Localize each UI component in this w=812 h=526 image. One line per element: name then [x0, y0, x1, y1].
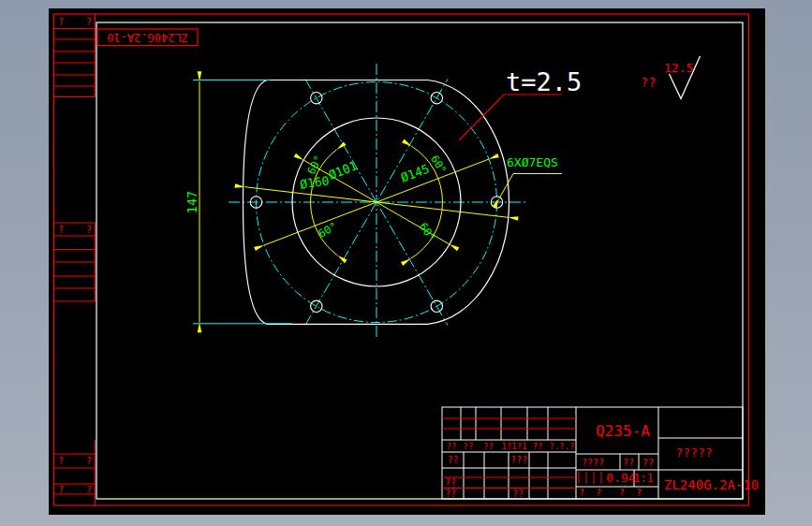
holes-note-label: 6XØ7EQS: [507, 155, 558, 169]
title-header-cell: ??: [533, 442, 543, 451]
title-header-cell: ??: [464, 442, 474, 451]
material-label: Q235-A: [596, 422, 650, 440]
title-bottom-cell: ? ?: [579, 488, 601, 498]
part-name: ?????: [675, 446, 712, 460]
edge-strip-cell: ? ?: [58, 225, 92, 235]
title-header-cell: 1?1?1: [501, 442, 526, 451]
title-cell: ???: [510, 455, 527, 465]
thickness-note: t=2.5: [506, 67, 582, 96]
roughness-note: ??: [641, 75, 656, 90]
title-header-cell: ?.?.?: [549, 442, 574, 451]
stamp-number: ZL240G.2A-10: [107, 31, 188, 44]
edge-strip-cell: ? ?: [58, 485, 92, 495]
title-info-cell: ??: [623, 458, 634, 468]
title-cell: ??: [447, 455, 458, 465]
dim-147-label: 147: [185, 191, 199, 213]
canvas-background: [49, 8, 765, 515]
cad-viewport: ? ? ? ? ? ? ? ? ZL240G.2A-10: [0, 0, 812, 526]
title-cell: ??: [445, 477, 456, 488]
drawing-number: ZL240G.2A-10: [664, 477, 759, 492]
edge-strip-cell: ? ?: [58, 17, 92, 27]
title-cell: ??: [445, 489, 456, 499]
title-info-cell: ??: [642, 458, 654, 468]
title-bottom-cell: ? ?: [619, 488, 642, 498]
title-header-cell: ??: [447, 442, 457, 451]
scale-ratio: 1:1: [633, 472, 654, 485]
scale-value: 0.94: [606, 471, 635, 485]
roughness-value: 12.5: [664, 61, 693, 75]
drawing-sheet: ? ? ? ? ? ? ? ? ZL240G.2A-10: [0, 0, 812, 526]
title-header-cell: ??: [483, 442, 494, 451]
edge-strip-cell: ? ?: [58, 456, 92, 466]
title-info-cell: ????: [582, 458, 604, 468]
title-cell: ??: [512, 489, 524, 499]
